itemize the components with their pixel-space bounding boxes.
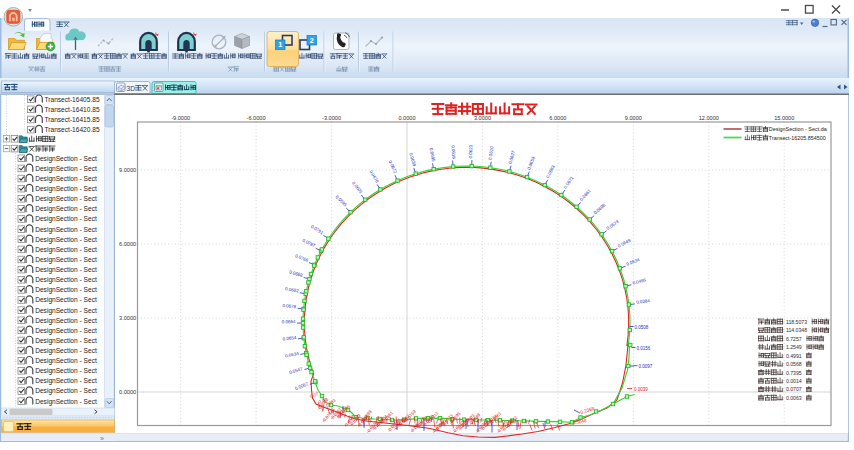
svg-text:9.0000: 9.0000 [119,167,136,173]
svg-text:15.0000: 15.0000 [774,115,794,121]
svg-text:: 0.0707: : 0.0707 [783,386,802,392]
svg-text:Transect-16205.854500: Transect-16205.854500 [769,135,826,141]
svg-text:0.0039: 0.0039 [634,387,648,392]
svg-text:DesignSection - Sect.da: DesignSection - Sect.da [769,126,827,132]
svg-text:: 1.2549: : 1.2549 [783,344,802,350]
svg-text:: 0.4991: : 0.4991 [783,353,802,359]
svg-text:3D: 3D [127,85,136,92]
svg-text:0.0000: 0.0000 [119,389,136,395]
svg-text:: 0.0014: : 0.0014 [783,378,802,384]
svg-text:DesignSection - Sect: DesignSection - Sect [35,317,97,325]
svg-text:DesignSection - Sect: DesignSection - Sect [35,327,97,335]
svg-text:0.0623: 0.0623 [468,144,473,158]
svg-text:: 6.7257: : 6.7257 [783,336,802,342]
svg-text:DesignSection - Sect: DesignSection - Sect [35,205,97,213]
svg-text:-9.0000: -9.0000 [171,115,190,121]
svg-text:12.0000: 12.0000 [699,115,719,121]
svg-text:-3.0000: -3.0000 [322,115,341,121]
svg-text:DesignSection - Sect: DesignSection - Sect [35,307,97,315]
svg-text:: 0.0063: : 0.0063 [783,395,802,401]
svg-text:Transect-16415.85: Transect-16415.85 [45,116,100,123]
svg-text:Transect-16420.85: Transect-16420.85 [45,126,100,133]
svg-text:DesignSection - Sect: DesignSection - Sect [35,226,97,234]
svg-text:-6.0000: -6.0000 [247,115,266,121]
svg-text:DesignSection - Sect: DesignSection - Sect [35,195,97,203]
svg-text:DesignSection - Sect: DesignSection - Sect [35,175,97,183]
svg-text:DesignSection - Sect: DesignSection - Sect [35,266,97,274]
svg-text:DesignSection - Sect: DesignSection - Sect [35,185,97,193]
svg-text:: 114.0348: : 114.0348 [783,327,807,333]
svg-text:: 0.7395: : 0.7395 [783,370,802,376]
svg-text:DesignSection - Sect: DesignSection - Sect [35,286,97,294]
svg-text:0.0508: 0.0508 [635,325,649,330]
svg-text:Transect-16405.85: Transect-16405.85 [45,96,100,103]
svg-text:0.0097: 0.0097 [639,364,653,369]
svg-text:1: 1 [278,40,282,49]
svg-text:DesignSection - Sect: DesignSection - Sect [35,377,97,385]
svg-text:DesignSection - Sect: DesignSection - Sect [35,357,97,365]
svg-text:: 0.0568: : 0.0568 [783,361,802,367]
svg-text:DesignSection - Sect: DesignSection - Sect [35,276,97,284]
svg-text:Transect-16410.85: Transect-16410.85 [45,106,100,113]
svg-text:»: » [100,435,104,442]
svg-text:DesignSection - Sect: DesignSection - Sect [35,387,97,395]
svg-text:DesignSection - Sect: DesignSection - Sect [35,367,97,375]
svg-text:0.0156: 0.0156 [637,346,651,351]
svg-text:DesignSection - Sect: DesignSection - Sect [35,398,97,406]
svg-text:DesignSection - Sect: DesignSection - Sect [35,155,97,163]
svg-text:DesignSection - Sect: DesignSection - Sect [35,337,97,345]
svg-text:DesignSection - Sect: DesignSection - Sect [35,256,97,264]
svg-text:2: 2 [310,36,314,45]
svg-text:6.0000: 6.0000 [549,115,566,121]
svg-text:0.0664: 0.0664 [282,319,296,324]
svg-text:9.0000: 9.0000 [625,115,642,121]
svg-text:: 118.5073: : 118.5073 [783,319,807,325]
svg-text:6.0000: 6.0000 [119,241,136,247]
svg-text:DesignSection - Sect: DesignSection - Sect [35,296,97,304]
svg-text:DesignSection - Sect: DesignSection - Sect [35,215,97,223]
svg-text:0.0000: 0.0000 [398,115,415,121]
svg-text:DesignSection - Sect: DesignSection - Sect [35,246,97,254]
svg-text:3.0000: 3.0000 [474,115,491,121]
svg-text:DesignSection - Sect: DesignSection - Sect [35,236,97,244]
svg-text:3.0000: 3.0000 [119,315,136,321]
svg-text:DesignSection - Sect: DesignSection - Sect [35,165,97,173]
svg-text:DesignSection - Sect: DesignSection - Sect [35,347,97,355]
